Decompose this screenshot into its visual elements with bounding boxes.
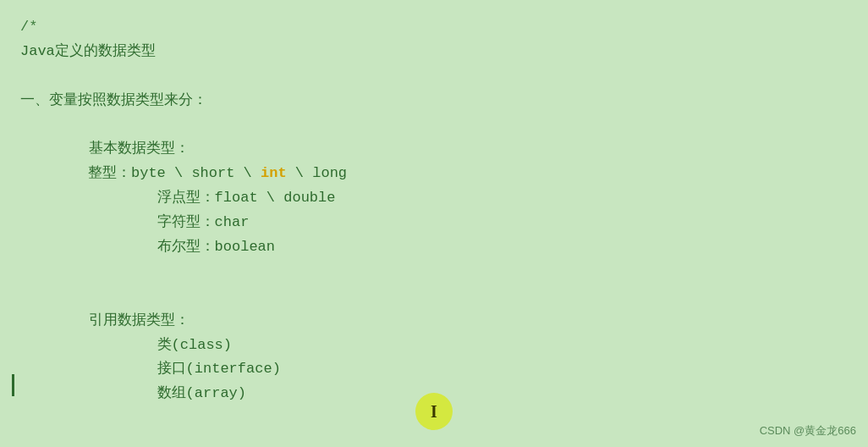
cursor-circle-indicator: I [415, 393, 453, 430]
line-3 [20, 64, 848, 89]
line-9: 字符型：char [88, 211, 848, 235]
cursor-label: I [431, 402, 437, 422]
line-15: 接口(interface) [88, 357, 848, 382]
line-4: 一、变量按照数据类型来分： [20, 89, 848, 113]
int-highlight: int [261, 165, 287, 181]
line-8: 浮点型：float \ double [88, 186, 848, 211]
watermark: CSDN @黄金龙666 [760, 423, 856, 439]
line-1: /* [20, 15, 848, 40]
line-7: 整型：byte \ short \ int \ long [88, 162, 848, 186]
text-cursor [12, 374, 14, 396]
line-5 [20, 113, 848, 138]
line-10: 布尔型：boolean [88, 235, 848, 260]
line-2: Java定义的数据类型 [20, 40, 848, 64]
code-display: /* Java定义的数据类型 一、变量按照数据类型来分： 基本数据类型： 整型：… [0, 0, 868, 447]
line-6: 基本数据类型： [54, 137, 848, 162]
line-12 [20, 284, 848, 309]
line-14: 类(class) [88, 334, 848, 358]
line-13: 引用数据类型： [54, 309, 848, 334]
line-11 [20, 260, 848, 284]
line-16: 数组(array) [88, 382, 848, 406]
